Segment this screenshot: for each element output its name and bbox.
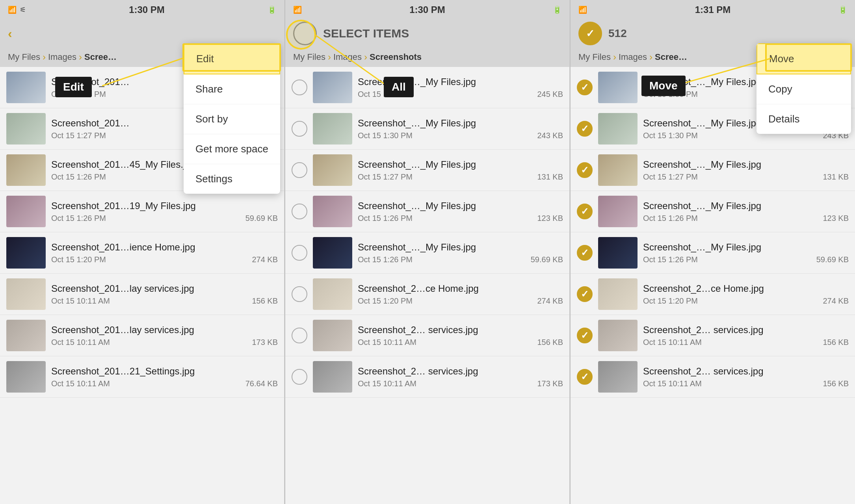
list-item[interactable]: Screenshot_…_My Files.jpg Oct 15 1:30 PM…: [285, 108, 569, 150]
status-icons-right: 🔋: [268, 6, 276, 14]
highlight-all-box: [286, 20, 316, 50]
file-meta: Oct 15 10:11 AM173 KB: [51, 338, 278, 347]
file-meta: Oct 15 1:26 PM123 KB: [358, 214, 563, 223]
file-checkbox[interactable]: [292, 328, 307, 343]
list-item[interactable]: Screenshot_…_My Files.jpg Oct 15 1:30 PM…: [285, 67, 569, 108]
breadcrumb-current: Scree…: [84, 52, 117, 62]
file-info: Screenshot_…_My Files.jpg Oct 15 1:26 PM…: [358, 242, 563, 264]
file-meta: Oct 15 1:26 PM59.69 KB: [358, 255, 563, 264]
breadcrumb-2: My Files › Images › Screenshots: [285, 47, 569, 67]
panel-3: 📶 1:31 PM 🔋 ✓ 512 My Files › Images › Sc…: [571, 0, 855, 504]
file-name: Screenshot_…_My Files.jpg: [643, 200, 849, 211]
sep1-3: ›: [613, 52, 616, 63]
file-thumbnail: [313, 154, 352, 186]
file-checkbox[interactable]: [577, 121, 593, 137]
file-checkbox[interactable]: [577, 369, 593, 385]
file-list-2: Screenshot_…_My Files.jpg Oct 15 1:30 PM…: [285, 67, 569, 504]
list-item[interactable]: Screenshot_201…ience Home.jpg Oct 15 1:2…: [0, 232, 284, 274]
file-checkbox[interactable]: [292, 80, 307, 95]
file-info: Screenshot_201…lay services.jpg Oct 15 1…: [51, 283, 278, 306]
list-item[interactable]: Screenshot_2… services.jpg Oct 15 10:11 …: [285, 315, 569, 356]
header-2: SELECT ITEMS: [285, 20, 569, 47]
file-checkbox[interactable]: [292, 204, 307, 219]
file-name: Screenshot_2…ce Home.jpg: [358, 283, 563, 294]
file-name: Screenshot_2… services.jpg: [358, 324, 563, 335]
file-info: Screenshot_2… services.jpg Oct 15 10:11 …: [643, 366, 849, 388]
file-checkbox[interactable]: [292, 369, 307, 385]
file-thumbnail: [598, 196, 638, 227]
panel-2: 📶 1:30 PM 🔋 SELECT ITEMS My Files › Imag…: [285, 0, 570, 504]
file-checkbox[interactable]: [292, 245, 307, 261]
file-checkbox[interactable]: [577, 204, 593, 219]
list-item[interactable]: Screenshot_201…lay services.jpg Oct 15 1…: [0, 315, 284, 356]
status-icons-right-2: 🔋: [553, 6, 561, 14]
menu-item-space[interactable]: Get more space: [184, 134, 280, 164]
list-item[interactable]: Screenshot_…_My Files.jpg Oct 15 1:26 PM…: [285, 191, 569, 232]
highlight-all-label: All: [384, 77, 414, 97]
list-item[interactable]: Screenshot_…_My Files.jpg Oct 15 1:26 PM…: [285, 232, 569, 274]
highlight-move-label: Move: [641, 76, 686, 96]
file-checkbox[interactable]: [577, 162, 593, 178]
back-button[interactable]: ‹: [8, 26, 12, 41]
file-meta: Oct 15 10:11 AM156 KB: [51, 296, 278, 306]
file-name: Screenshot_201…19_My Files.jpg: [51, 200, 278, 211]
list-item[interactable]: Screenshot_201…19_My Files.jpg Oct 15 1:…: [0, 191, 284, 232]
wifi-icon: ⚟: [20, 6, 26, 14]
breadcrumb-myfiles: My Files: [8, 52, 40, 62]
menu-item-share-label: Share: [195, 83, 223, 95]
list-item[interactable]: Screenshot_201…21_Settings.jpg Oct 15 10…: [0, 356, 284, 398]
menu-item-settings[interactable]: Settings: [184, 164, 280, 194]
menu-item-sort-label: Sort by: [195, 113, 228, 125]
file-info: Screenshot_201…21_Settings.jpg Oct 15 10…: [51, 366, 278, 388]
file-name: Screenshot_…_My Files.jpg: [643, 242, 849, 253]
battery-icon-2: 🔋: [553, 6, 561, 14]
file-meta: Oct 15 1:26 PM123 KB: [643, 214, 849, 223]
file-thumbnail: [6, 113, 46, 145]
file-name: Screenshot_2…ce Home.jpg: [643, 283, 849, 294]
signal-icon: 📶: [8, 6, 17, 14]
list-item[interactable]: Screenshot_2…ce Home.jpg Oct 15 1:20 PM2…: [285, 274, 569, 315]
file-thumbnail: [598, 361, 638, 393]
file-checkbox[interactable]: [292, 121, 307, 137]
file-name: Screenshot_2… services.jpg: [358, 366, 563, 377]
file-thumbnail: [313, 278, 352, 310]
sep2-2: ›: [364, 52, 367, 63]
file-name: Screenshot_201…21_Settings.jpg: [51, 366, 278, 377]
file-thumbnail: [313, 72, 352, 103]
file-info: Screenshot_…_My Files.jpg Oct 15 1:26 PM…: [643, 200, 849, 223]
file-name: Screenshot_201…lay services.jpg: [51, 283, 278, 294]
file-thumbnail: [598, 113, 638, 145]
status-icons-right-3: 🔋: [838, 6, 847, 14]
file-checkbox[interactable]: [577, 286, 593, 302]
menu-item-details-label: Details: [768, 113, 799, 125]
file-checkbox[interactable]: [292, 162, 307, 178]
menu-item-share[interactable]: Share: [184, 74, 280, 104]
menu-item-sort[interactable]: Sort by: [184, 104, 280, 134]
all-selector-p3[interactable]: ✓: [578, 22, 602, 45]
list-item[interactable]: Screenshot_…_My Files.jpg Oct 15 1:27 PM…: [571, 150, 855, 191]
list-item[interactable]: Screenshot_2… services.jpg Oct 15 10:11 …: [571, 356, 855, 398]
list-item[interactable]: Screenshot_…_My Files.jpg Oct 15 1:27 PM…: [285, 150, 569, 191]
file-checkbox[interactable]: [577, 245, 593, 261]
menu-item-details[interactable]: Details: [756, 104, 851, 134]
list-item[interactable]: Screenshot_2… services.jpg Oct 15 10:11 …: [571, 315, 855, 356]
menu-item-copy[interactable]: Copy: [756, 74, 851, 104]
breadcrumb-images-2: Images: [333, 52, 362, 62]
file-name: Screenshot_201…ience Home.jpg: [51, 242, 278, 253]
file-info: Screenshot_201…ience Home.jpg Oct 15 1:2…: [51, 242, 278, 264]
file-meta: Oct 15 10:11 AM156 KB: [643, 338, 849, 347]
file-checkbox[interactable]: [292, 286, 307, 302]
file-meta: Oct 15 1:27 PM131 KB: [358, 172, 563, 182]
file-checkbox[interactable]: [577, 80, 593, 95]
status-icons-left-3: 📶: [578, 6, 587, 14]
list-item[interactable]: Screenshot_2… services.jpg Oct 15 10:11 …: [285, 356, 569, 398]
file-checkbox[interactable]: [577, 328, 593, 343]
file-meta: Oct 15 10:11 AM76.64 KB: [51, 379, 278, 388]
list-item[interactable]: Screenshot_…_My Files.jpg Oct 15 1:26 PM…: [571, 191, 855, 232]
file-thumbnail: [6, 196, 46, 227]
file-info: Screenshot_…_My Files.jpg Oct 15 1:27 PM…: [643, 159, 849, 182]
file-thumbnail: [6, 237, 46, 269]
list-item[interactable]: Screenshot_201…lay services.jpg Oct 15 1…: [0, 274, 284, 315]
list-item[interactable]: Screenshot_2…ce Home.jpg Oct 15 1:20 PM2…: [571, 274, 855, 315]
list-item[interactable]: Screenshot_…_My Files.jpg Oct 15 1:26 PM…: [571, 232, 855, 274]
